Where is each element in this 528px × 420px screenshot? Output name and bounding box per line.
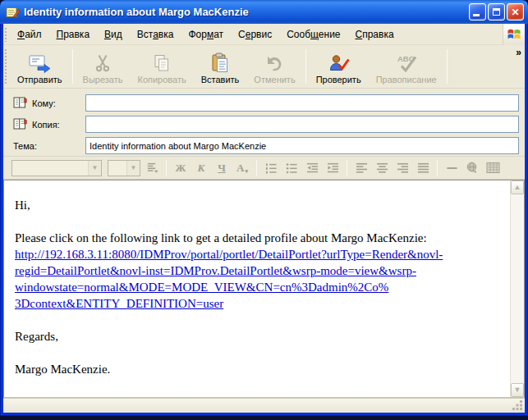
main-toolbar: Отправить Вырезать — [3, 45, 525, 89]
check-names-button-label: Проверить — [316, 75, 361, 84]
copy-button[interactable]: Копировать — [130, 45, 193, 88]
formatting-toolbar: ▼ ▼ Ж К Ч А▾ — [3, 157, 525, 180]
font-name-select[interactable]: ▼ — [11, 160, 102, 176]
compose-window: Identity information about Margo MacKenz… — [0, 0, 528, 416]
chevron-down-icon: ▼ — [126, 161, 140, 176]
cut-button-label: Вырезать — [83, 75, 123, 84]
undo-button[interactable]: Отменить — [246, 45, 302, 88]
chevron-down-icon: ▾ — [245, 168, 248, 175]
chevron-down-icon: ▼ — [88, 161, 101, 176]
insert-hyperlink-globe-icon[interactable] — [463, 160, 481, 176]
body-signature: Margo MacKenzie. — [15, 361, 505, 377]
subject-input[interactable] — [85, 137, 519, 154]
undo-button-label: Отменить — [254, 75, 295, 84]
menu-view[interactable]: Вид — [97, 26, 130, 43]
paragraph-style-button[interactable] — [143, 160, 161, 176]
address-book-icon[interactable] — [13, 97, 27, 109]
subject-row: Тема: — [13, 136, 519, 155]
scroll-up-button[interactable]: ▲ — [511, 180, 524, 194]
copy-pages-icon — [152, 52, 172, 74]
window-content: Файл Правка Вид Вставка Формат Сервис Со… — [3, 24, 525, 413]
underline-button[interactable]: Ч — [213, 160, 231, 176]
insert-picture-button[interactable] — [484, 160, 502, 176]
bold-button[interactable]: Ж — [172, 160, 190, 176]
resize-grip[interactable] — [512, 400, 523, 411]
italic-button[interactable]: К — [192, 160, 210, 176]
body-closing: Regards, — [15, 328, 505, 345]
spelling-button[interactable]: ABC Правописание — [369, 45, 444, 88]
menu-file[interactable]: Файл — [10, 26, 49, 43]
menu-edit[interactable]: Правка — [49, 26, 98, 43]
cc-label: Копия: — [32, 120, 60, 130]
toolbar-separator — [305, 49, 306, 84]
justify-button[interactable] — [414, 160, 432, 176]
minimize-icon — [473, 14, 480, 16]
align-left-button[interactable] — [352, 160, 370, 176]
message-body-area: Hi, Please click on the following link t… — [3, 180, 525, 398]
close-button[interactable]: ✕ — [507, 3, 524, 21]
to-input[interactable] — [85, 94, 519, 112]
format-separator — [437, 160, 438, 176]
undo-arrow-icon — [264, 52, 284, 74]
numbered-list-button[interactable] — [262, 160, 280, 176]
window-title: Identity information about Margo MacKenz… — [24, 6, 469, 18]
send-button-label: Отправить — [17, 75, 62, 84]
subject-label: Тема: — [13, 141, 37, 151]
bulleted-list-button[interactable] — [282, 160, 301, 176]
profile-link[interactable]: http://192.168.3.11:8080/IDMProv/portal/… — [15, 246, 505, 312]
horizontal-line-button[interactable] — [443, 160, 461, 176]
check-names-button[interactable]: Проверить — [309, 45, 369, 88]
spelling-button-label: Правописание — [376, 75, 437, 84]
titlebar[interactable]: Identity information about Margo MacKenz… — [0, 0, 528, 24]
paste-button-label: Вставить — [201, 75, 240, 84]
body-greeting: Hi, — [15, 197, 505, 213]
copy-button-label: Копировать — [137, 75, 186, 84]
toolbar-separator — [72, 49, 73, 84]
close-icon: ✕ — [511, 7, 519, 17]
toolbar-drag-grip[interactable] — [4, 48, 8, 85]
message-body-editor[interactable]: Hi, Please click on the following link t… — [4, 180, 510, 397]
status-bar — [3, 398, 525, 413]
font-size-select[interactable]: ▼ — [108, 160, 140, 176]
check-names-icon — [328, 52, 350, 74]
spelling-abc-icon: ABC — [394, 52, 419, 74]
windows-logo — [503, 24, 525, 45]
address-book-icon[interactable] — [13, 118, 27, 130]
screen-edge — [0, 416, 528, 420]
format-separator — [166, 160, 167, 176]
increase-indent-button[interactable] — [324, 160, 342, 176]
message-header-fields: Кому: Копия: — [3, 89, 525, 157]
format-separator — [256, 160, 257, 176]
to-label: Кому: — [32, 98, 56, 108]
toolbar-separator — [447, 49, 448, 84]
compose-mail-window-icon — [6, 5, 21, 20]
menu-format[interactable]: Формат — [181, 26, 231, 43]
cut-scissors-icon — [93, 52, 112, 74]
vertical-scrollbar[interactable]: ▲ ▼ — [510, 180, 524, 397]
send-mail-icon — [28, 52, 51, 74]
align-center-button[interactable] — [373, 160, 391, 176]
font-color-button[interactable]: А▾ — [233, 160, 251, 176]
maximize-button[interactable] — [488, 3, 505, 21]
to-row: Кому: — [13, 94, 519, 112]
toolbar-overflow-chevron[interactable]: » — [516, 47, 521, 58]
align-right-button[interactable] — [393, 160, 411, 176]
menu-tools[interactable]: Сервис — [231, 26, 279, 43]
menu-bar: Файл Правка Вид Вставка Формат Сервис Со… — [3, 24, 525, 45]
body-intro: Please click on the following link to ge… — [15, 230, 505, 246]
send-button[interactable]: Отправить — [10, 45, 70, 88]
scroll-down-button[interactable]: ▼ — [511, 383, 524, 397]
paste-clipboard-icon — [210, 52, 230, 74]
cc-input[interactable] — [85, 116, 519, 133]
decrease-indent-button[interactable] — [303, 160, 321, 176]
menu-message[interactable]: Сообщение — [279, 26, 347, 43]
maximize-icon — [493, 8, 500, 16]
menubar-drag-grip[interactable] — [4, 26, 8, 42]
format-separator — [347, 160, 347, 176]
cc-row: Копия: — [13, 115, 519, 134]
minimize-button[interactable] — [469, 3, 486, 21]
menu-help[interactable]: Справка — [348, 26, 402, 43]
paste-button[interactable]: Вставить — [194, 45, 247, 88]
menu-insert[interactable]: Вставка — [130, 26, 181, 43]
cut-button[interactable]: Вырезать — [76, 45, 131, 88]
